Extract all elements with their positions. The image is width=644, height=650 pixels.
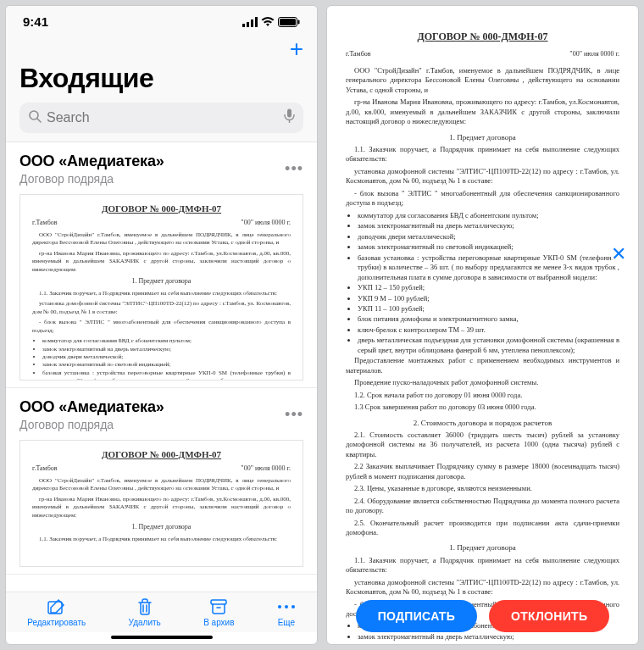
more-icon: [277, 597, 296, 616]
doc-title: ДОГОВОР № 000-ДМФН-07: [32, 203, 291, 214]
trash-icon: [137, 597, 153, 616]
inbox-list: ООО «Амедиатека» Договор подряда ••• ДОГ…: [6, 142, 317, 592]
status-icons: [242, 17, 300, 27]
wifi-icon: [261, 17, 275, 27]
svg-point-15: [291, 605, 295, 608]
svg-point-13: [278, 605, 281, 608]
svg-rect-5: [280, 19, 296, 25]
card-more-icon[interactable]: •••: [285, 160, 303, 178]
status-time: 9:41: [23, 14, 48, 29]
archive-button[interactable]: В архив: [203, 597, 234, 627]
svg-rect-3: [255, 17, 258, 27]
home-indicator: [111, 636, 213, 639]
card-subtitle: Договор подряда: [19, 418, 164, 431]
card-title: ООО «Амедиатека»: [19, 398, 164, 416]
svg-rect-0: [242, 24, 245, 27]
page-title: Входящие: [19, 63, 303, 94]
svg-rect-9: [287, 109, 291, 118]
search-icon: [28, 109, 42, 126]
document-view[interactable]: ДОГОВОР № 000-ДМФН-07 г.Тамбов"00" июля …: [327, 6, 638, 644]
search-input[interactable]: [47, 110, 279, 125]
svg-rect-12: [211, 600, 226, 604]
close-icon[interactable]: ✕: [611, 243, 626, 265]
bottom-toolbar: Редактировать Удалить В архив: [6, 592, 317, 632]
doc-title: ДОГОВОР № 000-ДМФН-07: [346, 30, 619, 43]
more-button[interactable]: Еще: [277, 597, 296, 627]
card-more-icon[interactable]: •••: [285, 406, 303, 424]
svg-rect-6: [298, 19, 300, 24]
screen-inbox: 9:41 + Входящие: [5, 5, 318, 645]
delete-button[interactable]: Удалить: [129, 597, 161, 627]
list-item[interactable]: ООО «Амедиатека» Договор подряда ••• ДОГ…: [6, 142, 317, 388]
action-bar: ПОДПИСАТЬ ОТКЛОНИТЬ: [327, 600, 638, 632]
reject-button[interactable]: ОТКЛОНИТЬ: [489, 600, 609, 632]
sign-button[interactable]: ПОДПИСАТЬ: [356, 600, 477, 632]
svg-point-14: [285, 605, 288, 608]
svg-rect-1: [247, 22, 249, 27]
header: + Входящие: [6, 32, 317, 142]
edit-icon: [47, 597, 66, 616]
status-bar: 9:41: [6, 6, 317, 32]
list-item[interactable]: ООО «Амедиатека» Договор подряда ••• ДОГ…: [6, 388, 317, 575]
document-preview[interactable]: ДОГОВОР № 000-ДМФН-07 г.Тамбов"00" июля …: [19, 440, 303, 567]
card-title: ООО «Амедиатека»: [19, 153, 164, 170]
card-subtitle: Договор подряда: [19, 172, 164, 186]
signal-icon: [242, 17, 258, 27]
screen-document: ДОГОВОР № 000-ДМФН-07 г.Тамбов"00" июля …: [326, 5, 639, 645]
edit-button[interactable]: Редактировать: [27, 597, 86, 627]
search-field[interactable]: [19, 103, 303, 133]
svg-rect-2: [251, 19, 253, 27]
archive-icon: [210, 597, 227, 616]
add-button[interactable]: +: [290, 37, 303, 61]
document-preview[interactable]: ДОГОВОР № 000-ДМФН-07 г.Тамбов"00" июля …: [19, 194, 303, 381]
mic-icon[interactable]: [284, 108, 295, 127]
battery-icon: [278, 17, 300, 27]
doc-title: ДОГОВОР № 000-ДМФН-07: [32, 449, 291, 459]
svg-line-8: [37, 119, 41, 122]
